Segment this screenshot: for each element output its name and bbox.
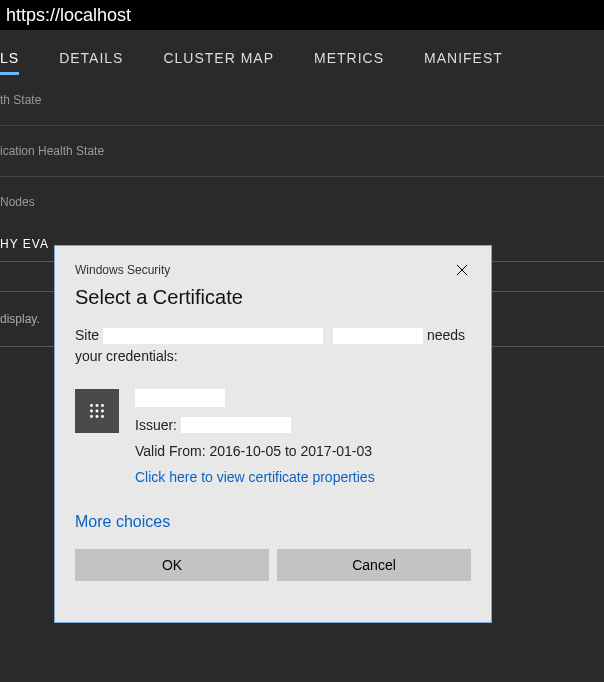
certificate-info: Issuer: Valid From: 2016-10-05 to 2017-0… [135, 389, 471, 485]
svg-point-7 [101, 410, 104, 413]
prop-health-state: th State [0, 75, 604, 126]
issuer-label: Issuer: [135, 417, 177, 433]
address-bar[interactable]: https://localhost [0, 0, 604, 30]
svg-point-10 [101, 415, 104, 418]
tab-cluster-map[interactable]: CLUSTER MAP [163, 50, 274, 75]
certificate-name [135, 389, 471, 407]
svg-point-8 [90, 415, 93, 418]
svg-point-5 [90, 410, 93, 413]
svg-point-4 [101, 404, 104, 407]
svg-point-3 [96, 404, 99, 407]
tab-ls[interactable]: LS [0, 50, 19, 75]
prop-nodes: Nodes [0, 177, 604, 227]
svg-point-2 [90, 404, 93, 407]
properties-list: th State ication Health State Nodes [0, 75, 604, 227]
tab-strip: LS DETAILS CLUSTER MAP METRICS MANIFEST [0, 30, 604, 75]
msg-prefix: Site [75, 327, 103, 343]
site-redacted [103, 328, 323, 344]
close-icon[interactable] [453, 260, 471, 280]
cancel-button[interactable]: Cancel [277, 549, 471, 581]
svg-point-9 [96, 415, 99, 418]
dialog-title: Select a Certificate [75, 286, 471, 309]
certificate-validity: Valid From: 2016-10-05 to 2017-01-03 [135, 443, 471, 459]
certificate-dialog: Windows Security Select a Certificate Si… [54, 245, 492, 623]
tab-details[interactable]: DETAILS [59, 50, 123, 75]
issuer-redacted [181, 417, 291, 433]
dialog-header-text: Windows Security [75, 263, 170, 277]
dialog-buttons: OK Cancel [75, 549, 471, 581]
certificate-issuer: Issuer: [135, 417, 471, 433]
view-cert-properties-link[interactable]: Click here to view certificate propertie… [135, 469, 471, 485]
cert-name-redacted [135, 389, 225, 407]
prop-app-health-state: ication Health State [0, 126, 604, 177]
tab-manifest[interactable]: MANIFEST [424, 50, 503, 75]
address-text: https://localhost [6, 5, 131, 26]
ok-button[interactable]: OK [75, 549, 269, 581]
dialog-titlebar: Windows Security [75, 260, 471, 280]
svg-point-6 [96, 410, 99, 413]
tab-metrics[interactable]: METRICS [314, 50, 384, 75]
certificate-item[interactable]: Issuer: Valid From: 2016-10-05 to 2017-0… [75, 389, 471, 485]
dialog-message: Site needs your credentials: [75, 325, 471, 367]
more-choices-link[interactable]: More choices [75, 513, 471, 531]
certificate-icon [75, 389, 119, 433]
site-redacted-3 [333, 328, 423, 344]
